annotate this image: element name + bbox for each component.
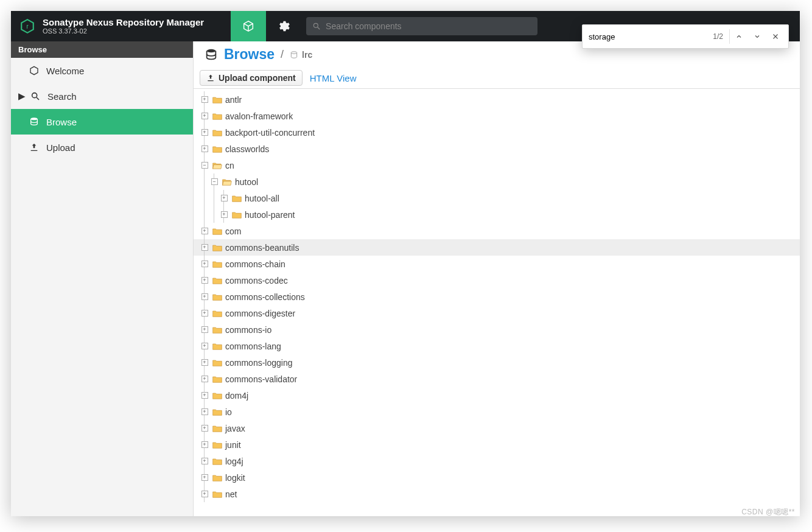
- tree-toggle[interactable]: +: [200, 453, 209, 469]
- tree-toggle[interactable]: +: [200, 91, 209, 108]
- tree-node[interactable]: +commons-chain: [194, 256, 800, 272]
- folder-icon: [212, 293, 222, 301]
- tree-node[interactable]: +avalon-framework: [194, 108, 800, 124]
- tree-node-label: commons-validator: [225, 374, 297, 384]
- folder-open-icon: [212, 161, 222, 170]
- tree-toggle[interactable]: +: [200, 223, 209, 239]
- tree-toggle[interactable]: +: [200, 108, 209, 124]
- sidebar-item-upload[interactable]: Upload: [11, 135, 193, 160]
- folder-icon: [212, 408, 222, 416]
- tree-node[interactable]: +backport-util-concurrent: [194, 124, 800, 141]
- tree-node[interactable]: +classworlds: [194, 141, 800, 157]
- tree-toggle[interactable]: +: [219, 190, 229, 206]
- tree-node[interactable]: +io: [194, 404, 800, 420]
- find-in-page-panel: 1/2: [582, 24, 789, 49]
- tree-toggle[interactable]: +: [200, 239, 209, 256]
- tree-toggle[interactable]: +: [200, 256, 209, 272]
- tree-toggle[interactable]: +: [219, 206, 229, 223]
- tree-node-label: commons-logging: [225, 358, 293, 368]
- find-input[interactable]: [586, 29, 707, 45]
- tree-toggle[interactable]: +: [200, 338, 209, 354]
- tree-node[interactable]: +commons-beanutils: [194, 239, 800, 256]
- tree-node[interactable]: +javax: [194, 420, 800, 436]
- tree-node[interactable]: +commons-collections: [194, 289, 800, 305]
- tree-node-label: commons-digester: [225, 309, 295, 318]
- tree-node[interactable]: +hutool-parent: [194, 206, 800, 223]
- folder-icon: [212, 441, 222, 449]
- tree-node[interactable]: +commons-io: [194, 321, 800, 338]
- app-title: Sonatype Nexus Repository Manager: [43, 18, 204, 28]
- tree-toggle[interactable]: +: [200, 387, 209, 404]
- tree-node[interactable]: +dom4j: [194, 387, 800, 404]
- tree-node[interactable]: +antlr: [194, 91, 800, 108]
- tree-toggle[interactable]: +: [200, 436, 209, 453]
- folder-icon: [212, 260, 222, 268]
- browse-mode-button[interactable]: [231, 11, 266, 41]
- sidebar-item-welcome[interactable]: Welcome: [11, 58, 193, 83]
- sidebar-item-label: Browse: [46, 117, 77, 127]
- tree-toggle[interactable]: −: [209, 173, 219, 190]
- tree-node[interactable]: −cn: [194, 157, 800, 173]
- tree-toggle[interactable]: +: [200, 420, 209, 436]
- tree-toggle[interactable]: +: [200, 124, 209, 141]
- tree-node[interactable]: +commons-logging: [194, 354, 800, 371]
- tree-node-label: hutool: [235, 177, 258, 187]
- tree-node[interactable]: +hutool-all: [194, 190, 800, 206]
- tree-toggle[interactable]: +: [200, 305, 209, 321]
- tree-node-label: avalon-framework: [225, 111, 293, 121]
- tree-toggle[interactable]: +: [200, 321, 209, 338]
- svg-point-6: [207, 49, 216, 52]
- folder-icon: [212, 342, 222, 351]
- tree-toggle[interactable]: +: [200, 289, 209, 305]
- tree-toggle[interactable]: +: [200, 371, 209, 387]
- find-next-button[interactable]: [748, 28, 766, 45]
- tree-line: [209, 190, 219, 206]
- database-icon: [205, 48, 218, 61]
- logo-block: r Sonatype Nexus Repository Manager OSS …: [11, 18, 212, 35]
- tree-node-label: commons-lang: [225, 341, 281, 351]
- folder-open-icon: [222, 178, 232, 186]
- admin-mode-button[interactable]: [266, 11, 301, 41]
- tree-node[interactable]: +junit: [194, 436, 800, 453]
- component-tree[interactable]: +antlr+avalon-framework+backport-util-co…: [194, 89, 800, 516]
- upload-component-button[interactable]: Upload component: [200, 70, 303, 86]
- tree-node[interactable]: +commons-codec: [194, 272, 800, 289]
- tree-node[interactable]: +net: [194, 486, 800, 502]
- tree-node-label: javax: [225, 424, 245, 433]
- folder-icon: [212, 326, 222, 334]
- folder-icon: [212, 276, 222, 285]
- tree-node[interactable]: −hutool: [194, 173, 800, 190]
- breadcrumb-section[interactable]: Browse: [224, 46, 275, 63]
- tree-toggle[interactable]: +: [200, 141, 209, 157]
- svg-point-3: [32, 93, 37, 98]
- component-search[interactable]: [306, 17, 537, 35]
- disk-icon: [290, 51, 298, 59]
- component-search-input[interactable]: [326, 21, 531, 31]
- tree-toggle[interactable]: +: [200, 354, 209, 371]
- tree-node[interactable]: +log4j: [194, 453, 800, 469]
- tree-node[interactable]: +commons-validator: [194, 371, 800, 387]
- tree-node-label: logkit: [225, 473, 245, 483]
- folder-icon: [212, 391, 222, 400]
- find-prev-button[interactable]: [730, 28, 748, 45]
- tree-line: [209, 206, 219, 223]
- html-view-link[interactable]: HTML View: [310, 73, 357, 83]
- tree-toggle[interactable]: +: [200, 486, 209, 502]
- svg-point-1: [313, 23, 318, 27]
- main-panel: Browse / lrc Upload component HTML View …: [194, 41, 800, 516]
- sidebar-item-search[interactable]: ▶Search: [11, 83, 193, 109]
- tree-node[interactable]: +commons-lang: [194, 338, 800, 354]
- tree-node[interactable]: +commons-digester: [194, 305, 800, 321]
- find-close-button[interactable]: [766, 28, 785, 45]
- tree-line: [200, 190, 209, 206]
- tree-node[interactable]: +com: [194, 223, 800, 239]
- close-icon: [772, 33, 779, 40]
- tree-toggle[interactable]: −: [200, 157, 209, 173]
- tree-toggle[interactable]: +: [200, 272, 209, 289]
- tree-node-label: antlr: [225, 95, 242, 105]
- folder-icon: [212, 457, 222, 466]
- sidebar-item-browse[interactable]: Browse: [11, 109, 193, 135]
- tree-node[interactable]: +logkit: [194, 469, 800, 486]
- tree-toggle[interactable]: +: [200, 469, 209, 486]
- tree-toggle[interactable]: +: [200, 404, 209, 420]
